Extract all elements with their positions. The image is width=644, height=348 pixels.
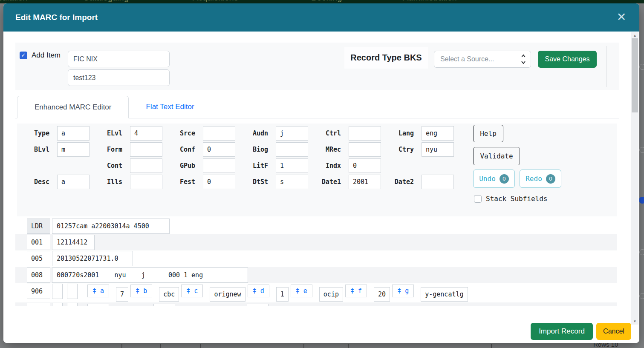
marc-value-input[interactable]: [52, 219, 170, 234]
indicator1-input[interactable]: [52, 303, 63, 306]
ff-input-blvl[interactable]: [57, 142, 90, 157]
tab-flat-text-editor[interactable]: Flat Text Editor: [129, 95, 211, 118]
tab-enhanced-marc-editor[interactable]: Enhanced MARC Editor: [17, 96, 129, 118]
ff-input-form[interactable]: [130, 142, 162, 157]
ff-input-indx[interactable]: [349, 158, 381, 173]
subfield-code[interactable]: ‡ x: [247, 304, 269, 306]
indicator2-input[interactable]: [67, 303, 78, 306]
modal-scrollbar[interactable]: ▲ ▼: [631, 32, 638, 325]
subfield-value[interactable]: 20: [374, 287, 390, 302]
subfield-code[interactable]: ‡ g: [392, 285, 414, 297]
record-type-label: Record Type BKS: [344, 47, 428, 69]
stack-subfields-checkbox[interactable]: [474, 195, 482, 203]
modal-footer: Import Record Cancel: [3, 308, 639, 343]
save-changes-button[interactable]: Save Changes: [538, 51, 597, 68]
ff-input-desc[interactable]: [57, 175, 90, 189]
nav-item-administration: Administration: [403, 0, 457, 3]
subfield-code[interactable]: ‡ b: [153, 304, 175, 306]
ff-input-fest[interactable]: [203, 175, 235, 189]
ff-input-gpub[interactable]: [203, 158, 235, 173]
ff-label: Lang: [390, 129, 414, 137]
subfield-value[interactable]: orignew: [210, 287, 245, 302]
backdrop-radio-fragment: [639, 64, 644, 70]
ff-input-cont[interactable]: [130, 158, 162, 173]
ff-label: Form: [98, 146, 122, 153]
help-button[interactable]: Help: [473, 125, 503, 142]
backdrop-grid-fragment: [200, 344, 201, 348]
redo-count-badge: 0: [546, 174, 555, 184]
close-icon[interactable]: ✕: [614, 9, 629, 25]
edit-marc-modal: Edit MARC for Import ✕ ✓ Add Item Record…: [3, 3, 639, 343]
ff-input-mrec[interactable]: [349, 142, 381, 157]
subfield-code[interactable]: ‡ a: [87, 285, 109, 297]
backdrop-grid-fragment: [160, 344, 161, 348]
subfield-value[interactable]: 1: [276, 287, 289, 302]
toolbar-panel: ✓ Add Item Record Type BKS Select a Sour…: [15, 43, 619, 90]
subfield-value[interactable]: y-gencatlg: [421, 287, 468, 302]
add-item-label: Add Item: [32, 51, 61, 60]
ff-input-srce[interactable]: [203, 126, 235, 141]
marc-row-906: 906 ‡ a7 ‡ bcbc ‡ corignew ‡ d1 ‡ eocip …: [15, 283, 617, 302]
scrollbar-thumb[interactable]: [632, 38, 638, 112]
ff-label: MRec: [317, 146, 341, 153]
subfield-value[interactable]: cbc: [159, 287, 179, 302]
subfield-value[interactable]: ocip: [319, 287, 343, 302]
subfield-code[interactable]: ‡ e: [291, 285, 312, 297]
marc-value-input[interactable]: [52, 251, 133, 266]
ff-input-biog[interactable]: [276, 142, 308, 157]
marc-value-input[interactable]: [52, 267, 248, 283]
ff-label: Date2: [390, 178, 414, 186]
chevron-up-down-icon: [520, 54, 526, 65]
subfield-code[interactable]: ‡ a: [87, 304, 109, 306]
ff-input-dtst[interactable]: [276, 175, 308, 189]
ff-input-lang[interactable]: [422, 126, 454, 141]
ff-label: Biog: [244, 146, 268, 153]
undo-button[interactable]: Undo 0: [473, 170, 515, 188]
ff-input-litf[interactable]: [276, 158, 308, 173]
import-record-button[interactable]: Import Record: [531, 323, 593, 340]
subfield-value[interactable]: 7: [116, 287, 128, 302]
ff-label: DtSt: [244, 178, 268, 186]
marc-tag: LDR: [27, 219, 50, 234]
ff-input-ills[interactable]: [130, 175, 162, 189]
ff-input-ctry[interactable]: [422, 142, 454, 157]
modal-title: Edit MARC for Import: [15, 3, 98, 32]
ff-input-date1[interactable]: [349, 175, 381, 189]
source-select-placeholder: Select a Source...: [440, 55, 520, 63]
cancel-button[interactable]: Cancel: [596, 323, 631, 340]
backdrop-blue-dot-fragment: [639, 197, 644, 204]
subfield-code[interactable]: ‡ f: [345, 285, 367, 297]
ff-input-conf[interactable]: [203, 142, 235, 157]
backdrop-grid-fragment: [491, 344, 492, 348]
ff-input-date2[interactable]: [422, 175, 454, 189]
subfield-code[interactable]: ‡ c: [181, 285, 203, 297]
ff-label: Ctrl: [317, 129, 341, 137]
marc-tag: 008: [27, 267, 50, 283]
ff-input-ctrl[interactable]: [349, 126, 381, 141]
call-number-input[interactable]: [68, 51, 170, 67]
ff-label: Ills: [98, 178, 122, 186]
marc-value-input[interactable]: [52, 235, 95, 250]
ff-input-type[interactable]: [57, 126, 90, 141]
fixed-fields-panel: Type ELvl Srce Audn Ctrl Lang BLvl Form …: [17, 124, 617, 216]
subfield-code[interactable]: ‡ d: [248, 285, 269, 297]
indicator2-input[interactable]: [67, 284, 78, 299]
indicator1-input[interactable]: [52, 284, 63, 299]
add-item-checkbox[interactable]: ✓: [20, 52, 27, 59]
ff-label: GPub: [171, 162, 195, 170]
nav-item-circulation: Circulation: [0, 0, 27, 3]
marc-row-001: 001: [15, 234, 617, 250]
scroll-up-icon[interactable]: ▲: [631, 32, 638, 39]
marc-row-ldr: LDR: [15, 218, 617, 234]
redo-button[interactable]: Redo 0: [520, 170, 561, 188]
stack-subfields-label: Stack Subfields: [486, 195, 548, 203]
subfield-code[interactable]: ‡ b: [130, 285, 152, 297]
editor-tabs: Enhanced MARC Editor Flat Text Editor: [15, 95, 619, 118]
ff-input-audn[interactable]: [276, 126, 308, 141]
marc-editor-rows: LDR 001 005 008 906 ‡ a7 ‡ bcbc ‡ corign…: [15, 218, 617, 306]
ff-input-elvl[interactable]: [130, 126, 162, 141]
source-select[interactable]: Select a Source...: [434, 51, 531, 68]
barcode-input[interactable]: [68, 69, 170, 86]
validate-button[interactable]: Validate: [473, 147, 520, 165]
scroll-down-icon[interactable]: ▼: [631, 318, 638, 325]
